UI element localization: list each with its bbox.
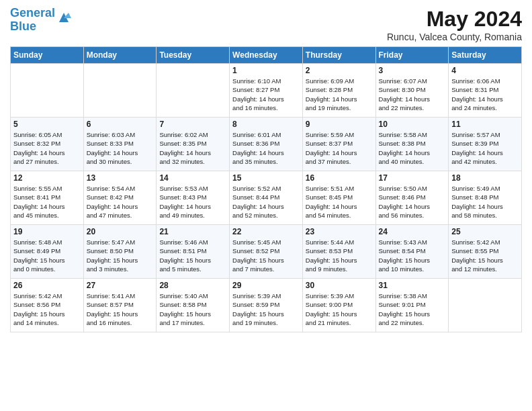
calendar-cell: 4Sunrise: 6:06 AM Sunset: 8:31 PM Daylig… [449, 64, 522, 118]
day-number: 23 [306, 227, 373, 236]
day-info: Sunrise: 5:55 AM Sunset: 8:41 PM Dayligh… [13, 184, 81, 220]
day-number: 25 [451, 227, 519, 236]
calendar-cell: 10Sunrise: 5:58 AM Sunset: 8:38 PM Dayli… [375, 118, 449, 171]
day-info: Sunrise: 5:44 AM Sunset: 8:53 PM Dayligh… [306, 238, 373, 273]
day-number: 14 [159, 173, 226, 183]
col-header-wednesday: Wednesday [230, 47, 303, 64]
logo-text: General Blue [10, 7, 55, 34]
col-header-saturday: Saturday [449, 47, 522, 64]
col-header-friday: Friday [375, 47, 449, 64]
day-number: 22 [232, 227, 300, 236]
day-number: 13 [87, 173, 154, 183]
day-number: 11 [451, 120, 519, 129]
col-header-thursday: Thursday [302, 47, 375, 64]
calendar-cell: 16Sunrise: 5:51 AM Sunset: 8:45 PM Dayli… [302, 171, 375, 225]
calendar-cell: 8Sunrise: 6:01 AM Sunset: 8:36 PM Daylig… [230, 118, 303, 171]
day-number: 20 [87, 227, 154, 236]
day-number: 28 [159, 281, 226, 290]
main-container: General Blue May 2024 Runcu, Valcea Coun… [0, 0, 532, 339]
month-title: May 2024 [387, 7, 522, 32]
col-header-tuesday: Tuesday [157, 47, 230, 64]
day-number: 4 [451, 66, 519, 75]
day-number: 29 [232, 281, 300, 290]
calendar-cell: 1Sunrise: 6:10 AM Sunset: 8:27 PM Daylig… [230, 64, 303, 118]
day-info: Sunrise: 5:53 AM Sunset: 8:43 PM Dayligh… [159, 184, 226, 220]
calendar-cell: 20Sunrise: 5:47 AM Sunset: 8:50 PM Dayli… [83, 225, 157, 279]
logo-line2: Blue [10, 19, 36, 33]
location-subtitle: Runcu, Valcea County, Romania [387, 32, 522, 42]
day-info: Sunrise: 5:42 AM Sunset: 8:56 PM Dayligh… [13, 291, 81, 327]
day-info: Sunrise: 5:48 AM Sunset: 8:49 PM Dayligh… [13, 238, 81, 273]
day-number: 1 [232, 66, 300, 75]
calendar-header-row: SundayMondayTuesdayWednesdayThursdayFrid… [11, 47, 522, 64]
calendar-cell [83, 64, 157, 118]
col-header-monday: Monday [83, 47, 157, 64]
day-info: Sunrise: 6:02 AM Sunset: 8:35 PM Dayligh… [159, 130, 226, 166]
calendar-cell [157, 64, 230, 118]
calendar-cell: 17Sunrise: 5:50 AM Sunset: 8:46 PM Dayli… [375, 171, 449, 225]
day-info: Sunrise: 5:54 AM Sunset: 8:42 PM Dayligh… [87, 184, 154, 220]
day-info: Sunrise: 5:47 AM Sunset: 8:50 PM Dayligh… [87, 238, 154, 273]
calendar-week-row: 19Sunrise: 5:48 AM Sunset: 8:49 PM Dayli… [11, 225, 522, 279]
day-number: 15 [232, 173, 300, 183]
calendar-cell: 5Sunrise: 6:05 AM Sunset: 8:32 PM Daylig… [11, 118, 84, 171]
calendar-cell: 14Sunrise: 5:53 AM Sunset: 8:43 PM Dayli… [157, 171, 230, 225]
day-info: Sunrise: 6:07 AM Sunset: 8:30 PM Dayligh… [379, 77, 446, 112]
calendar-week-row: 26Sunrise: 5:42 AM Sunset: 8:56 PM Dayli… [11, 279, 522, 332]
day-number: 3 [379, 66, 446, 75]
calendar-week-row: 12Sunrise: 5:55 AM Sunset: 8:41 PM Dayli… [11, 171, 522, 225]
day-number: 6 [87, 120, 154, 129]
calendar-cell: 11Sunrise: 5:57 AM Sunset: 8:39 PM Dayli… [449, 118, 522, 171]
day-number: 2 [306, 66, 373, 75]
calendar-cell: 6Sunrise: 6:03 AM Sunset: 8:33 PM Daylig… [83, 118, 157, 171]
calendar-week-row: 5Sunrise: 6:05 AM Sunset: 8:32 PM Daylig… [11, 118, 522, 171]
calendar-cell: 15Sunrise: 5:52 AM Sunset: 8:44 PM Dayli… [230, 171, 303, 225]
day-info: Sunrise: 5:40 AM Sunset: 8:58 PM Dayligh… [159, 291, 226, 327]
day-number: 7 [159, 120, 226, 129]
day-info: Sunrise: 5:46 AM Sunset: 8:51 PM Dayligh… [159, 238, 226, 273]
calendar-cell: 29Sunrise: 5:39 AM Sunset: 8:59 PM Dayli… [230, 279, 303, 332]
calendar-cell: 26Sunrise: 5:42 AM Sunset: 8:56 PM Dayli… [11, 279, 84, 332]
calendar-cell: 30Sunrise: 5:39 AM Sunset: 9:00 PM Dayli… [302, 279, 375, 332]
calendar-cell: 28Sunrise: 5:40 AM Sunset: 8:58 PM Dayli… [157, 279, 230, 332]
calendar-cell: 25Sunrise: 5:42 AM Sunset: 8:55 PM Dayli… [449, 225, 522, 279]
calendar-cell: 23Sunrise: 5:44 AM Sunset: 8:53 PM Dayli… [302, 225, 375, 279]
calendar-cell: 13Sunrise: 5:54 AM Sunset: 8:42 PM Dayli… [83, 171, 157, 225]
day-number: 9 [306, 120, 373, 129]
calendar-cell: 19Sunrise: 5:48 AM Sunset: 8:49 PM Dayli… [11, 225, 84, 279]
day-info: Sunrise: 5:59 AM Sunset: 8:37 PM Dayligh… [306, 130, 373, 166]
day-number: 16 [306, 173, 373, 183]
day-number: 27 [87, 281, 154, 290]
day-number: 21 [159, 227, 226, 236]
day-number: 24 [379, 227, 446, 236]
calendar-cell: 22Sunrise: 5:45 AM Sunset: 8:52 PM Dayli… [230, 225, 303, 279]
day-info: Sunrise: 5:51 AM Sunset: 8:45 PM Dayligh… [306, 184, 373, 220]
day-info: Sunrise: 5:39 AM Sunset: 9:00 PM Dayligh… [306, 291, 373, 327]
day-number: 10 [379, 120, 446, 129]
day-info: Sunrise: 5:58 AM Sunset: 8:38 PM Dayligh… [379, 130, 446, 166]
header: General Blue May 2024 Runcu, Valcea Coun… [10, 7, 522, 42]
day-info: Sunrise: 6:10 AM Sunset: 8:27 PM Dayligh… [232, 77, 300, 112]
day-info: Sunrise: 6:03 AM Sunset: 8:33 PM Dayligh… [87, 130, 154, 166]
day-number: 17 [379, 173, 446, 183]
calendar-table: SundayMondayTuesdayWednesdayThursdayFrid… [10, 46, 522, 332]
day-number: 19 [13, 227, 81, 236]
day-info: Sunrise: 5:43 AM Sunset: 8:54 PM Dayligh… [379, 238, 446, 273]
day-number: 30 [306, 281, 373, 290]
day-info: Sunrise: 6:01 AM Sunset: 8:36 PM Dayligh… [232, 130, 300, 166]
day-info: Sunrise: 5:49 AM Sunset: 8:48 PM Dayligh… [451, 184, 519, 220]
day-info: Sunrise: 5:50 AM Sunset: 8:46 PM Dayligh… [379, 184, 446, 220]
calendar-cell: 12Sunrise: 5:55 AM Sunset: 8:41 PM Dayli… [11, 171, 84, 225]
calendar-cell: 21Sunrise: 5:46 AM Sunset: 8:51 PM Dayli… [157, 225, 230, 279]
calendar-cell: 27Sunrise: 5:41 AM Sunset: 8:57 PM Dayli… [83, 279, 157, 332]
day-number: 31 [379, 281, 446, 290]
day-number: 26 [13, 281, 81, 290]
day-info: Sunrise: 5:57 AM Sunset: 8:39 PM Dayligh… [451, 130, 519, 166]
logo-line1: General [10, 6, 55, 19]
day-info: Sunrise: 5:41 AM Sunset: 8:57 PM Dayligh… [87, 291, 154, 327]
day-number: 12 [13, 173, 81, 183]
col-header-sunday: Sunday [11, 47, 84, 64]
logo: General Blue [10, 7, 71, 34]
calendar-cell: 9Sunrise: 5:59 AM Sunset: 8:37 PM Daylig… [302, 118, 375, 171]
day-info: Sunrise: 6:09 AM Sunset: 8:28 PM Dayligh… [306, 77, 373, 112]
